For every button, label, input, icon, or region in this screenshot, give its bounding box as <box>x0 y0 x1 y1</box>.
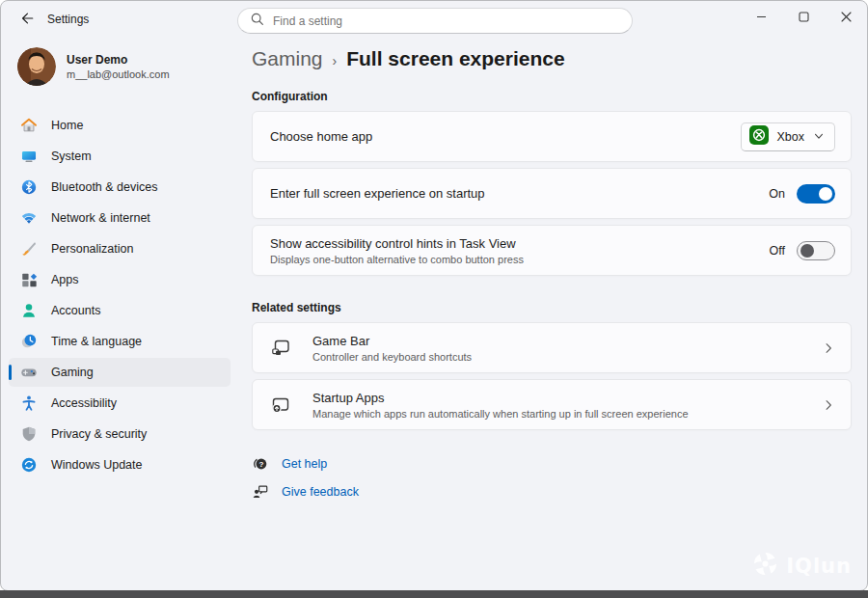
user-profile[interactable]: User Demo m__lab@outlook.com <box>17 47 170 86</box>
home-icon <box>20 117 38 134</box>
privacy-icon <box>20 425 38 443</box>
search-icon <box>250 12 264 30</box>
personalization-icon <box>20 240 38 258</box>
window-bottom-edge <box>0 590 868 598</box>
toggle-state-label: On <box>769 187 785 201</box>
search-box[interactable] <box>237 8 633 34</box>
sidebar-item-personalization[interactable]: Personalization <box>9 234 231 263</box>
sidebar-item-label: System <box>51 150 92 163</box>
chevron-right-icon <box>822 398 835 412</box>
sidebar: User Demo m__lab@outlook.com Home System <box>1 40 236 590</box>
sidebar-item-privacy[interactable]: Privacy & security <box>9 420 231 448</box>
sidebar-item-label: Privacy & security <box>51 427 147 441</box>
game-bar-icon <box>270 338 291 359</box>
back-button[interactable] <box>14 10 40 31</box>
give-feedback-link[interactable]: Give feedback <box>252 483 359 501</box>
breadcrumb-separator-icon: › <box>333 53 338 68</box>
gaming-icon <box>20 364 38 381</box>
svg-text:?: ? <box>258 460 263 469</box>
help-links: ? Get help Give feedback <box>252 455 852 501</box>
sidebar-item-bluetooth[interactable]: Bluetooth & devices <box>9 173 231 202</box>
app-title: Settings <box>47 13 89 26</box>
related-label: Startup Apps <box>312 391 810 405</box>
sidebar-item-gaming[interactable]: Gaming <box>9 358 231 387</box>
bluetooth-icon <box>20 178 38 196</box>
toggle-state-label: Off <box>770 244 785 258</box>
get-help-link[interactable]: ? Get help <box>252 455 327 473</box>
related-description: Controller and keyboard shortcuts <box>312 351 810 363</box>
sidebar-nav: Home System Bluetooth & devices Network … <box>9 111 231 481</box>
page-title: Full screen experience <box>346 47 564 70</box>
sidebar-item-network[interactable]: Network & internet <box>9 204 231 232</box>
give-feedback-label: Give feedback <box>282 485 359 499</box>
watermark-text: IQlun <box>786 555 852 578</box>
setting-description: Displays one-button alternative to combo… <box>270 254 770 265</box>
apps-icon <box>20 271 38 288</box>
feedback-icon <box>252 483 269 501</box>
user-name: User Demo <box>67 53 170 67</box>
watermark: IQlun <box>752 551 852 581</box>
search-input[interactable] <box>273 14 622 28</box>
maximize-icon <box>799 12 809 22</box>
main-content: Gaming › Full screen experience Configur… <box>252 45 852 511</box>
home-app-dropdown[interactable]: Xbox <box>741 122 836 151</box>
close-icon <box>841 12 852 22</box>
sidebar-item-label: Bluetooth & devices <box>51 180 158 194</box>
sidebar-item-label: Personalization <box>51 242 133 256</box>
sidebar-item-accessibility[interactable]: Accessibility <box>9 389 231 418</box>
sidebar-item-label: Windows Update <box>51 458 143 472</box>
sidebar-item-label: Time & language <box>51 335 142 348</box>
breadcrumb: Gaming › Full screen experience <box>252 47 852 76</box>
minimize-button[interactable] <box>740 1 782 32</box>
sidebar-item-label: Accessibility <box>51 396 117 410</box>
accessibility-icon <box>20 394 38 412</box>
breadcrumb-parent[interactable]: Gaming <box>252 47 323 70</box>
toggle-knob <box>819 187 832 201</box>
sidebar-item-label: Gaming <box>51 366 94 379</box>
window-controls <box>740 1 867 32</box>
avatar <box>17 47 56 86</box>
sidebar-item-label: Home <box>51 119 83 132</box>
chevron-down-icon <box>813 128 825 146</box>
section-related-label: Related settings <box>252 301 852 314</box>
setting-row-accessibility-hints: Show accessibility control hints in Task… <box>252 225 852 276</box>
watermark-logo-icon <box>752 551 778 581</box>
sidebar-item-system[interactable]: System <box>9 142 231 171</box>
setting-label: Show accessibility control hints in Task… <box>270 236 770 251</box>
sidebar-item-home[interactable]: Home <box>9 111 231 140</box>
setting-row-choose-home-app: Choose home app Xbox <box>252 111 852 162</box>
sidebar-item-label: Network & internet <box>51 211 150 225</box>
related-row-startup-apps[interactable]: Startup Apps Manage which apps run autom… <box>252 379 852 430</box>
setting-label: Choose home app <box>270 129 741 144</box>
home-app-dropdown-value: Xbox <box>777 130 805 144</box>
sidebar-item-label: Apps <box>51 273 79 286</box>
accounts-icon <box>20 302 38 319</box>
toggle-knob <box>800 244 814 258</box>
setting-row-fullscreen-startup: Enter full screen experience on startup … <box>252 168 852 219</box>
sidebar-item-label: Accounts <box>51 304 100 317</box>
accessibility-hints-toggle[interactable] <box>797 241 835 260</box>
maximize-button[interactable] <box>782 1 825 32</box>
settings-window: Settings <box>0 0 868 591</box>
setting-label: Enter full screen experience on startup <box>270 186 769 201</box>
chevron-right-icon <box>822 341 835 355</box>
network-icon <box>20 209 38 227</box>
xbox-logo-icon <box>749 125 769 149</box>
minimize-icon <box>756 12 767 22</box>
related-label: Game Bar <box>312 334 810 348</box>
system-icon <box>20 148 38 165</box>
fullscreen-startup-toggle[interactable] <box>797 184 835 204</box>
help-icon: ? <box>252 455 269 473</box>
section-configuration-label: Configuration <box>252 90 852 103</box>
user-email: m__lab@outlook.com <box>67 68 170 80</box>
sidebar-item-time-language[interactable]: Time & language <box>9 327 231 356</box>
close-button[interactable] <box>825 1 867 32</box>
sidebar-item-accounts[interactable]: Accounts <box>9 296 231 325</box>
time-language-icon <box>20 333 38 350</box>
sidebar-item-apps[interactable]: Apps <box>9 265 231 294</box>
related-row-game-bar[interactable]: Game Bar Controller and keyboard shortcu… <box>252 322 852 373</box>
related-description: Manage which apps run automatically when… <box>312 408 810 420</box>
startup-apps-icon <box>270 394 291 416</box>
back-arrow-icon <box>19 11 35 30</box>
sidebar-item-windows-update[interactable]: Windows Update <box>9 450 231 479</box>
